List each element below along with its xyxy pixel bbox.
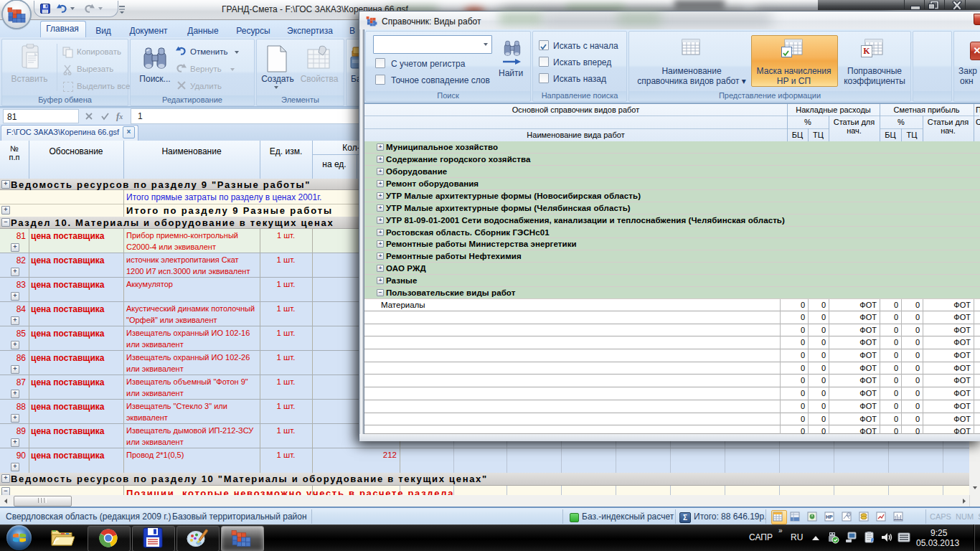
- svg-text:НР: НР: [826, 514, 833, 519]
